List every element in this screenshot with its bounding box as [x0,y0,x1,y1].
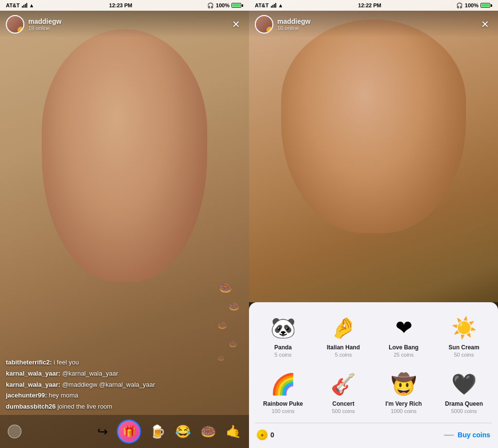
header-right: maddiegw 16 online ✕ [249,11,498,38]
battery-pct-left: 100% [216,2,230,8]
online-right: 16 online [277,25,478,31]
gift-emoji: 🖤 [451,371,477,397]
gift-name: Sun Cream [448,344,479,351]
buy-coins-button[interactable]: Buy coins [458,431,490,439]
gift-emoji: ☀️ [451,315,477,341]
carrier-left: AT&T [6,2,20,8]
donut-float-2: 🍩 [229,301,239,312]
carrier-right: AT&T [255,2,269,8]
donut-icon[interactable]: 🍩 [200,425,216,438]
username-left: maddiegw [28,17,229,25]
comment-input[interactable] [8,425,21,438]
gift-grid: 🐼Panda5 coins🤌Italian Hand5 coins❤Love B… [255,310,492,419]
face-right [281,19,466,233]
online-left: 19 online [28,25,229,31]
gift-name: Rainbow Puke [263,400,303,407]
shaka-icon[interactable]: 🤙 [226,425,241,438]
time-left: 12:23 PM [109,2,132,8]
coin-icon: ● [257,430,267,440]
gift-item[interactable]: 🎸Concert500 coins [315,366,372,419]
signal-icon-left [22,3,27,8]
gift-name: Concert [332,400,354,407]
gift-item[interactable]: 🌈Rainbow Puke100 coins [255,366,311,419]
gift-footer: ● 0 — Buy coins [255,423,492,448]
battery-pct-right: 100% [465,2,479,8]
chat-message: jacehunter99: hey moma [6,391,214,401]
status-bar-left: AT&T ▲ 12:23 PM 🎧 100% [0,0,249,11]
user-info-left: maddiegw 19 online [28,17,229,31]
status-bar-right: AT&T ▲ 12:22 PM 🎧 100% [249,0,498,11]
donut-float-4: 🍩 [229,340,237,348]
gift-coins: 500 coins [332,408,355,414]
left-panel: AT&T ▲ 12:23 PM 🎧 100% maddiegw 19 onlin… [0,0,249,448]
gift-emoji: 🤠 [391,371,416,397]
gift-coins: 5000 coins [451,408,477,414]
gift-item[interactable]: 🐼Panda5 coins [255,310,311,362]
username-right: maddiegw [277,17,478,25]
donut-float-1: 🍩 [219,282,232,294]
gift-coins: 25 coins [394,352,414,358]
chat-message: karnal_wala_yaar: @maddiegw @karnal_wala… [6,380,214,390]
share-icon[interactable]: ↪ [97,425,108,438]
donut-float-3: 🍩 [217,321,227,330]
chat-message: karnal_wala_yaar: @karnal_wala_yaar [6,369,214,379]
battery-icon-right [480,3,492,8]
gift-item[interactable]: 🤌Italian Hand5 coins [315,310,372,362]
coin-amount: 0 [270,431,274,439]
battery-icon-left [231,3,243,8]
gift-name: Drama Queen [445,400,483,407]
time-right: 12:22 PM [358,2,381,8]
face-left [42,29,207,282]
close-button-right[interactable]: ✕ [478,17,492,32]
chat-message: tabitheterrific2: i feel you [6,358,214,368]
gift-panel: 🐼Panda5 coins🤌Italian Hand5 coins❤Love B… [249,302,498,448]
header-left: maddiegw 19 online ✕ [0,11,249,38]
laugh-icon[interactable]: 😂 [175,425,191,438]
close-button-left[interactable]: ✕ [229,17,243,32]
coin-balance: ● 0 [257,430,440,440]
gift-emoji: 🎸 [331,371,356,397]
headphone-icon-right: 🎧 [456,2,463,9]
gift-item[interactable]: 🤠I'm Very Rich1000 coins [375,366,432,419]
wifi-icon-left: ▲ [29,2,35,8]
gift-item[interactable]: ❤Love Bang25 coins [375,310,432,362]
gift-name: Panda [274,344,292,351]
gift-coins: 5 coins [275,352,292,358]
avatar-left [6,15,24,34]
chat-message: dumbassbitch26 joined the live room [6,402,214,412]
wifi-icon-right: ▲ [278,2,284,8]
gift-coins: 5 coins [335,352,352,358]
gift-item[interactable]: ☀️Sun Cream50 coins [436,310,492,362]
gift-coins: 1000 coins [391,408,416,414]
gift-button[interactable]: 🎁 [118,420,140,443]
avatar-right [255,15,273,34]
toolbar-left: ↪ 🎁 🍺 😂 🍩 🤙 [0,415,249,448]
user-info-right: maddiegw 16 online [277,17,478,31]
gift-item[interactable]: 🖤Drama Queen5000 coins [436,366,492,419]
headphone-icon-left: 🎧 [207,2,214,9]
right-panel: AT&T ▲ 12:22 PM 🎧 100% [249,0,498,448]
gift-name: Love Bang [389,344,418,351]
gift-emoji: 🤌 [331,315,356,341]
gift-emoji: ❤ [395,315,412,341]
coin-dash: — [444,429,454,440]
gift-coins: 100 coins [271,408,294,414]
gift-name: Italian Hand [327,344,360,351]
chat-overlay: tabitheterrific2: i feel youkarnal_wala_… [0,358,220,413]
gift-coins: 50 coins [454,352,474,358]
gift-emoji: 🐼 [270,315,296,341]
signal-icon-right [271,3,276,8]
beer-icon[interactable]: 🍺 [150,425,165,438]
gift-name: I'm Very Rich [386,400,422,407]
gift-emoji: 🌈 [270,371,296,397]
video-bg-right: AT&T ▲ 12:22 PM 🎧 100% [249,0,498,302]
